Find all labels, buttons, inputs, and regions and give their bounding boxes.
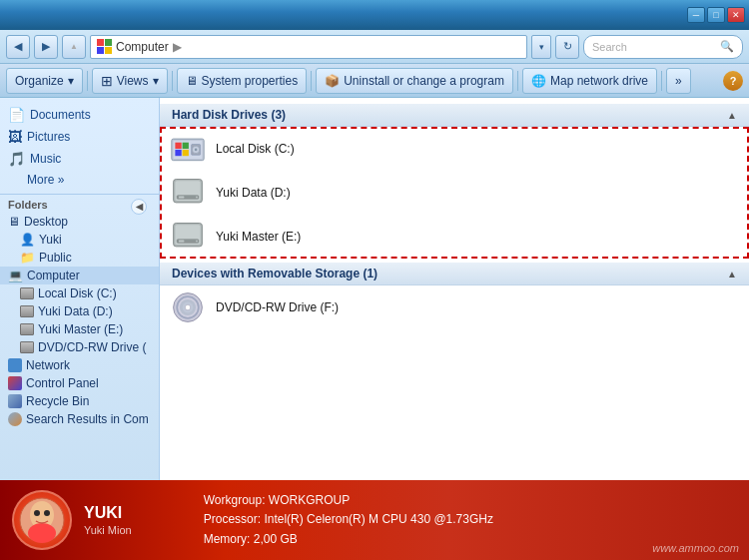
search-icon: 🔍	[720, 40, 734, 53]
user-info: YUKI Yuki Mion	[84, 504, 132, 536]
sidebar-item-music[interactable]: 🎵 Music	[0, 148, 159, 170]
dvd-drive-icon	[170, 289, 206, 325]
svg-rect-2	[175, 143, 181, 149]
desktop-label: Desktop	[24, 215, 68, 229]
system-info: Workgroup: WORKGROUP Processor: Intel(R)…	[204, 491, 493, 549]
yuki-data-label: Yuki Data (D:)	[38, 304, 113, 318]
local-disk-drive-label: Local Disk (C:)	[216, 142, 295, 156]
back-button[interactable]: ◀	[6, 35, 30, 59]
help-button[interactable]: ?	[723, 71, 743, 91]
sidebar-item-yuki[interactable]: 👤 Yuki	[0, 231, 159, 249]
local-disk-icon	[20, 287, 34, 299]
sidebar-item-computer[interactable]: 💻 Computer	[0, 267, 159, 284]
drive-item-yuki-data[interactable]: Yuki Data (D:)	[160, 171, 499, 215]
yuki-data-svg-icon	[170, 176, 206, 210]
memory-info: Memory: 2,00 GB	[204, 530, 493, 549]
views-label: Views	[117, 74, 149, 88]
workgroup-info: Workgroup: WORKGROUP	[204, 491, 493, 510]
removable-section-header[interactable]: Devices with Removable Storage (1) ▲	[160, 263, 749, 285]
dvd-svg-icon	[170, 289, 206, 325]
local-disk-svg-icon	[170, 132, 206, 166]
sidebar-item-recycle-bin[interactable]: Recycle Bin	[0, 392, 159, 410]
views-chevron-icon: ▾	[153, 74, 159, 88]
folders-expand-button[interactable]: ◀	[131, 199, 147, 215]
main-container: 📄 Documents 🖼 Pictures 🎵 Music More » Fo…	[0, 98, 749, 480]
user-icon: 👤	[20, 233, 35, 247]
sidebar-item-dvd[interactable]: DVD/CD-RW Drive (	[0, 338, 159, 356]
removable-collapse-icon: ▲	[727, 269, 737, 280]
maximize-button[interactable]: □	[707, 7, 725, 23]
svg-rect-12	[179, 197, 184, 199]
views-grid-icon: ⊞	[101, 73, 113, 89]
search-results-label: Search Results in Com	[26, 412, 149, 426]
sidebar-item-pictures[interactable]: 🖼 Pictures	[0, 126, 159, 148]
svg-point-18	[196, 241, 198, 243]
network-sidebar-label: Network	[26, 358, 70, 372]
music-label: Music	[30, 152, 61, 166]
search-results-icon	[8, 412, 22, 426]
sidebar-item-local-disk[interactable]: Local Disk (C:)	[0, 284, 159, 302]
svg-point-27	[28, 523, 56, 543]
music-icon: 🎵	[8, 151, 25, 167]
sidebar-item-desktop[interactable]: 🖥 Desktop	[0, 213, 129, 231]
content-wrapper: Hard Disk Drives (3) ▲	[160, 98, 749, 480]
sidebar-item-yuki-master[interactable]: Yuki Master (E:)	[0, 320, 159, 338]
views-button[interactable]: ⊞ Views ▾	[92, 68, 168, 94]
svg-point-28	[34, 510, 40, 516]
local-disk-drive-icon	[170, 131, 206, 167]
up-button[interactable]: ▲	[62, 35, 86, 59]
svg-rect-3	[183, 143, 189, 149]
hard-disk-section-title: Hard Disk Drives (3)	[172, 108, 286, 122]
organize-button[interactable]: Organize ▾	[6, 68, 83, 94]
documents-label: Documents	[30, 108, 91, 122]
network-button[interactable]: 🌐 Map network drive	[522, 68, 657, 94]
forward-button[interactable]: ▶	[34, 35, 58, 59]
control-panel-label: Control Panel	[26, 376, 99, 390]
sidebar-item-more[interactable]: More »	[0, 170, 159, 190]
svg-rect-17	[179, 241, 184, 243]
search-input[interactable]: Search 🔍	[583, 35, 743, 59]
more-label: »	[675, 74, 682, 88]
hard-disk-section-header[interactable]: Hard Disk Drives (3) ▲	[160, 104, 749, 127]
more-sidebar-label: More »	[8, 173, 64, 187]
sidebar-item-control-panel[interactable]: Control Panel	[0, 374, 159, 392]
yuki-master-drive-icon	[170, 219, 206, 255]
minimize-button[interactable]: ─	[687, 7, 705, 23]
sidebar-item-documents[interactable]: 📄 Documents	[0, 104, 159, 126]
title-bar-buttons: ─ □ ✕	[687, 7, 745, 23]
address-chevron-icon: ▶	[173, 40, 182, 54]
drive-item-local-disk[interactable]: Local Disk (C:)	[160, 127, 499, 171]
network-icon: 🌐	[531, 74, 546, 88]
pictures-label: Pictures	[27, 130, 70, 144]
refresh-button[interactable]: ↻	[555, 35, 579, 59]
uninstall-button[interactable]: 📦 Uninstall or change a program	[316, 68, 513, 94]
system-properties-button[interactable]: 🖥 System properties	[177, 68, 308, 94]
close-button[interactable]: ✕	[727, 7, 745, 23]
address-input[interactable]: Computer ▶	[90, 35, 527, 59]
content-area: Hard Disk Drives (3) ▲	[160, 98, 749, 335]
hard-disk-collapse-icon: ▲	[727, 110, 737, 121]
search-placeholder: Search	[592, 41, 627, 53]
more-button[interactable]: »	[666, 68, 691, 94]
sidebar-item-yuki-data[interactable]: Yuki Data (D:)	[0, 302, 159, 320]
yuki-master-icon	[20, 323, 34, 335]
network-label: Map network drive	[550, 74, 648, 88]
control-panel-icon	[8, 376, 22, 390]
sidebar-item-public[interactable]: 📁 Public	[0, 249, 159, 267]
yuki-master-drive-label: Yuki Master (E:)	[216, 230, 301, 244]
drive-item-yuki-master[interactable]: Yuki Master (E:)	[160, 215, 499, 259]
username-display: YUKI	[84, 504, 132, 522]
uninstall-label: Uninstall or change a program	[344, 74, 504, 88]
toolbar-separator-2	[172, 71, 173, 91]
sidebar-item-network[interactable]: Network	[0, 356, 159, 374]
yuki-data-drive-icon	[170, 175, 206, 211]
drive-item-dvd[interactable]: DVD/CD-RW Drive (F:)	[160, 285, 499, 329]
toolbar-separator-4	[517, 71, 518, 91]
avatar-image	[17, 495, 67, 545]
sidebar: 📄 Documents 🖼 Pictures 🎵 Music More » Fo…	[0, 98, 160, 480]
address-dropdown-button[interactable]: ▾	[531, 35, 551, 59]
sidebar-item-search-results[interactable]: Search Results in Com	[0, 410, 159, 428]
windows-logo-icon	[97, 39, 112, 54]
toolbar-separator-1	[87, 71, 88, 91]
dvd-drive-label: DVD/CD-RW Drive (F:)	[216, 300, 339, 314]
